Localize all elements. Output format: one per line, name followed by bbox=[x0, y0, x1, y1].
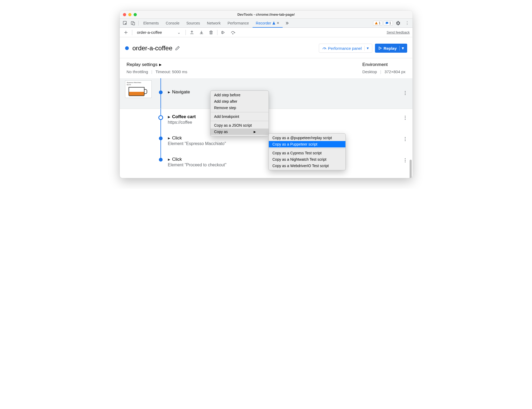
more-menu-icon[interactable]: ⋮ bbox=[403, 19, 411, 27]
settings-icon[interactable] bbox=[394, 19, 402, 27]
menu-divider bbox=[211, 121, 269, 121]
device-value: Desktop bbox=[362, 69, 377, 74]
step-coffee-cart-url: https://coffee bbox=[168, 120, 403, 125]
step-coffee-cart-label: Coffee cart bbox=[172, 114, 196, 119]
separator bbox=[138, 21, 139, 26]
import-button[interactable] bbox=[198, 29, 205, 36]
add-recording-button[interactable] bbox=[122, 29, 129, 36]
chat-icon bbox=[385, 22, 389, 25]
menu-copy-as[interactable]: Copy as ▶ bbox=[211, 129, 269, 135]
tab-recorder[interactable]: Recorder ✕ bbox=[253, 19, 283, 28]
more-tabs-icon[interactable] bbox=[283, 19, 291, 27]
copy-as-submenu: Copy as a @puppeteer/replay script Copy … bbox=[269, 133, 346, 170]
step-menu-button[interactable] bbox=[403, 114, 407, 121]
device-toggle-icon[interactable] bbox=[129, 19, 137, 27]
throttling-value: No throttling bbox=[127, 69, 148, 74]
timeline-node-ring bbox=[158, 115, 163, 120]
dimensions-value: 372×804 px bbox=[385, 69, 406, 74]
chevron-right-icon: ▶ bbox=[168, 90, 170, 94]
chevron-right-icon: ▶ bbox=[254, 130, 256, 134]
export-button[interactable] bbox=[188, 29, 195, 36]
step-context-menu: Add step before Add step after Remove st… bbox=[210, 90, 269, 136]
menu-remove-step[interactable]: Remove step bbox=[211, 105, 269, 111]
chevron-down-icon[interactable]: ▾ bbox=[399, 46, 404, 51]
menu-copy-puppeteer-replay[interactable]: Copy as a @puppeteer/replay script bbox=[269, 135, 345, 141]
inspect-icon[interactable] bbox=[121, 19, 129, 27]
menu-copy-nightwatch[interactable]: Copy as a Nightwatch Test script bbox=[269, 156, 345, 163]
steps-list: Espresso Macchiato $12.00 ▶Navigate ▶Cof… bbox=[120, 78, 413, 178]
menu-divider bbox=[211, 112, 269, 112]
recorder-content: order-a-coffee Performance panel ▾ Repla… bbox=[120, 37, 413, 178]
devtools-tabbar: Elements Console Sources Network Perform… bbox=[120, 19, 413, 28]
timeline-node bbox=[159, 158, 163, 162]
separator bbox=[132, 30, 132, 35]
separator bbox=[217, 30, 217, 35]
maximize-window-button[interactable] bbox=[134, 13, 137, 16]
performance-panel-button[interactable]: Performance panel ▾ bbox=[319, 44, 373, 53]
tab-sources[interactable]: Sources bbox=[183, 19, 203, 28]
close-tab-icon[interactable]: ✕ bbox=[277, 21, 279, 25]
send-feedback-link[interactable]: Send feedback bbox=[387, 30, 410, 34]
chevron-right-icon: ▶ bbox=[168, 158, 170, 161]
scrollbar[interactable] bbox=[410, 160, 412, 178]
timeline-line bbox=[160, 130, 161, 151]
step-through-button[interactable] bbox=[220, 29, 227, 36]
svg-point-3 bbox=[233, 33, 233, 34]
step-menu-button[interactable] bbox=[403, 157, 407, 164]
environment-header: Environment bbox=[362, 62, 405, 67]
separator bbox=[185, 30, 186, 35]
recording-select[interactable]: order-a-coffee ⌄ bbox=[135, 30, 183, 35]
tab-performance[interactable]: Performance bbox=[224, 19, 252, 28]
tab-recorder-label: Recorder bbox=[256, 21, 271, 25]
replay-label: Replay bbox=[383, 46, 397, 51]
chevron-right-icon: ▶ bbox=[168, 115, 170, 119]
timeout-value: Timeout: 5000 ms bbox=[155, 69, 187, 74]
close-window-button[interactable] bbox=[123, 13, 126, 16]
step-click1-label: Click bbox=[172, 135, 182, 141]
play-icon bbox=[378, 46, 382, 50]
step-navigate-label: Navigate bbox=[172, 89, 190, 95]
recorder-toolbar: order-a-coffee ⌄ Send feedback bbox=[120, 28, 413, 37]
menu-add-step-before[interactable]: Add step before bbox=[211, 92, 269, 98]
flask-icon bbox=[272, 22, 275, 25]
warning-icon bbox=[375, 22, 378, 25]
settings-row: Replay settings ▶ No throttling | Timeou… bbox=[120, 58, 413, 78]
replay-button[interactable]: Replay ▾ bbox=[375, 44, 407, 53]
devtools-window: DevTools - chrome://new-tab-page/ Elemen… bbox=[120, 11, 413, 178]
warnings-badge[interactable]: 1 bbox=[373, 21, 382, 26]
issues-badge[interactable]: 1 bbox=[384, 21, 393, 26]
menu-copy-json[interactable]: Copy as a JSON script bbox=[211, 122, 269, 129]
timeline-node bbox=[159, 137, 163, 140]
menu-copy-cypress[interactable]: Copy as a Cypress Test script bbox=[269, 150, 345, 156]
menu-copy-webdriverio[interactable]: Copy as a WebdriverIO Test script bbox=[269, 163, 345, 169]
menu-add-step-after[interactable]: Add step after bbox=[211, 98, 269, 105]
chevron-down-icon[interactable]: ▾ bbox=[364, 46, 369, 51]
traffic-lights bbox=[120, 13, 137, 16]
step-click2-label: Click bbox=[172, 157, 182, 162]
step-menu-button[interactable] bbox=[403, 135, 407, 143]
recording-header: order-a-coffee Performance panel ▾ Repla… bbox=[120, 37, 413, 58]
tab-elements[interactable]: Elements bbox=[140, 19, 162, 28]
gauge-icon bbox=[322, 46, 327, 50]
tab-console[interactable]: Console bbox=[163, 19, 183, 28]
menu-add-breakpoint[interactable]: Add breakpoint bbox=[211, 113, 269, 120]
minimize-window-button[interactable] bbox=[128, 13, 131, 16]
window-title: DevTools - chrome://new-tab-page/ bbox=[120, 13, 413, 16]
menu-copy-puppeteer[interactable]: Copy as a Puppeteer script bbox=[269, 141, 345, 147]
recording-dot-icon bbox=[125, 46, 129, 50]
delete-button[interactable] bbox=[208, 29, 215, 36]
replay-settings-header[interactable]: Replay settings ▶ bbox=[127, 62, 187, 67]
step-click-checkout[interactable]: ▶Click Element "Proceed to checkout" bbox=[120, 151, 413, 178]
tab-network[interactable]: Network bbox=[204, 19, 224, 28]
step-thumbnail: Espresso Macchiato $12.00 bbox=[125, 80, 152, 98]
step-over-button[interactable] bbox=[230, 29, 237, 36]
recording-title: order-a-coffee bbox=[133, 44, 172, 52]
recording-name: order-a-coffee bbox=[137, 30, 162, 35]
chevron-down-icon: ⌄ bbox=[177, 30, 181, 35]
step-menu-button[interactable] bbox=[403, 89, 407, 97]
edit-title-button[interactable] bbox=[175, 46, 180, 51]
menu-divider bbox=[269, 148, 345, 149]
chevron-right-icon: ▶ bbox=[168, 137, 170, 140]
titlebar: DevTools - chrome://new-tab-page/ bbox=[120, 11, 413, 19]
timeline-node bbox=[159, 90, 163, 94]
